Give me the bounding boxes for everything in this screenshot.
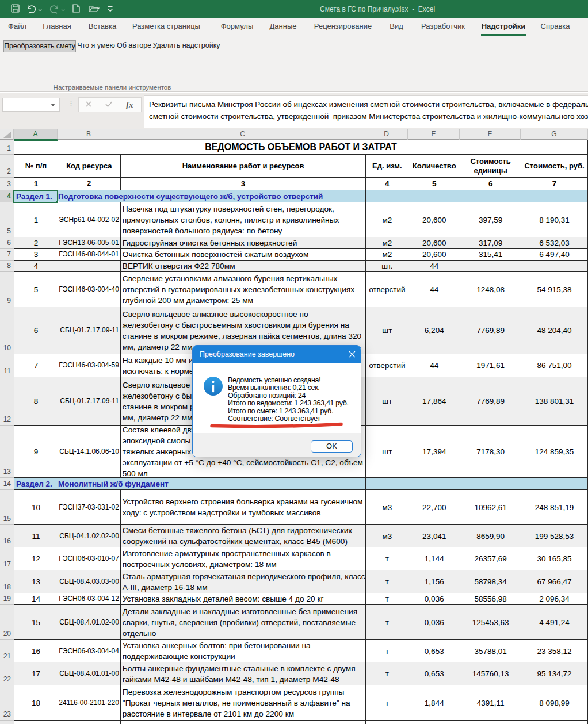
svg-text:fx: fx <box>126 100 133 109</box>
